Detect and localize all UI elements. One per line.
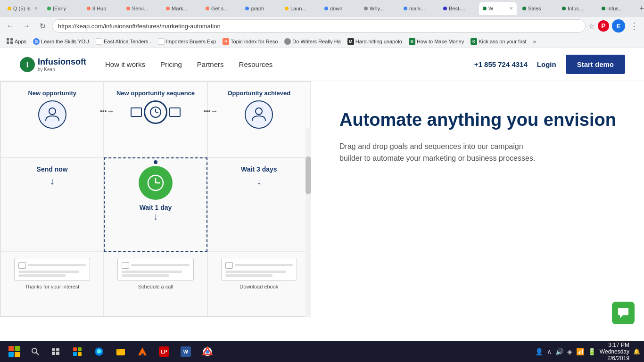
svg-rect-22 — [73, 347, 77, 351]
action3-arrow: ↓ — [256, 176, 261, 187]
taskbar-clock[interactable]: 3:17 PM Wednesday 2/6/2019 — [600, 342, 629, 362]
step1-label: New opportunity — [28, 90, 76, 97]
bookmark-topic[interactable]: H Topic Index for Reso — [220, 37, 281, 46]
email3-cell: Download ebook — [207, 252, 311, 316]
action3-cell: Wait 3 days ↓ — [207, 157, 311, 251]
dropbox-icon[interactable]: ◈ — [567, 348, 572, 355]
volume-icon[interactable]: 🔊 — [555, 348, 563, 355]
svg-rect-18 — [52, 348, 55, 351]
task-view-button[interactable] — [46, 342, 65, 361]
step1-top: New opportunity • • • → — [0, 82, 104, 157]
tab-mark[interactable]: Mark... — [162, 2, 200, 15]
email-box-3 — [221, 258, 297, 281]
nav-link-resources[interactable]: Resources — [239, 60, 273, 68]
chevron-up-icon[interactable]: ∧ — [547, 348, 552, 355]
tab-favicon-best — [443, 7, 447, 10]
svg-rect-23 — [78, 347, 82, 351]
phone-number: +1 855 724 4314 — [474, 60, 528, 68]
tab-best[interactable]: Best-... — [439, 2, 477, 15]
tab-mark2[interactable]: mark... — [400, 2, 438, 15]
arrow-2: • • • → — [204, 107, 218, 115]
tab-infus1[interactable]: Infus... — [558, 2, 596, 15]
new-tab-button[interactable]: + — [639, 4, 644, 14]
bookmark-more[interactable]: » — [530, 38, 539, 45]
tab-8hub[interactable]: 8 Hub — [83, 2, 121, 15]
start-button[interactable] — [4, 341, 25, 362]
tab-favicon-q — [8, 7, 11, 10]
refresh-button[interactable]: ↻ — [36, 19, 49, 33]
email2-cell: Schedule a call — [104, 252, 207, 316]
taskbar-app-lastpass[interactable]: LP — [155, 342, 173, 361]
tab-favicon-gets — [206, 7, 209, 10]
email-line-3 — [235, 264, 293, 266]
address-input[interactable] — [52, 19, 586, 33]
date-full: 2/6/2019 — [607, 355, 629, 362]
email-checkbox-3 — [225, 262, 233, 269]
tab-favicon-infus2 — [602, 7, 605, 10]
nav-link-partners[interactable]: Partners — [197, 60, 224, 68]
start-demo-button[interactable]: Start demo — [566, 55, 625, 74]
tab-early[interactable]: [Early — [43, 2, 81, 15]
bookmark-importers[interactable]: Importers Buyers Exp — [155, 37, 219, 46]
scrollbar[interactable] — [305, 128, 311, 317]
tab-favicon-laun — [285, 7, 289, 10]
tab-graph[interactable]: graph — [241, 2, 279, 15]
taskbar-app-vlc[interactable] — [133, 342, 152, 361]
login-button[interactable]: Login — [537, 60, 556, 68]
svg-line-17 — [36, 353, 39, 355]
svg-rect-20 — [52, 352, 55, 355]
taskbar-app-windows[interactable] — [68, 342, 87, 361]
hero-title: Automate anything you envision — [339, 109, 625, 131]
notification-icon[interactable]: 🔔 — [633, 348, 640, 355]
menu-button[interactable]: ⋮ — [628, 21, 640, 31]
tab-q[interactable]: Q (5) Is × — [4, 2, 41, 15]
taskbar-app-chrome[interactable] — [198, 342, 217, 361]
email-line-2 — [131, 264, 189, 266]
time-display: 3:17 PM — [608, 342, 629, 348]
scrollbar-thumb[interactable] — [305, 156, 311, 194]
logo[interactable]: I Infusionsoft by Keap — [19, 56, 86, 73]
taskbar-app-word[interactable]: W — [176, 342, 195, 361]
tab-gets[interactable]: Get s... — [202, 2, 239, 15]
task-view-icon — [51, 347, 60, 356]
bookmark-east-africa[interactable]: East Africa Tenders - — [93, 37, 154, 46]
chat-button[interactable] — [612, 302, 635, 324]
action2-arrow: ↓ — [153, 211, 158, 222]
logo-sub: by Keap — [38, 67, 86, 72]
network-icon: 📶 — [576, 348, 584, 355]
pinterest-icon[interactable]: P — [598, 20, 609, 32]
tab-laun[interactable]: Laun... — [281, 2, 319, 15]
taskbar-app-edge[interactable] — [90, 342, 108, 361]
bookmark-learn[interactable]: G Learn the Skills YOU — [30, 37, 92, 46]
bookmark-hard-hitting[interactable]: M Hard-hitting unapolo — [345, 37, 405, 46]
forward-button[interactable]: → — [20, 19, 33, 33]
tab-serv[interactable]: Servi... — [123, 2, 160, 15]
tab-close-active[interactable]: × — [510, 5, 513, 12]
date-day: Wednesday — [600, 348, 629, 355]
tab-why[interactable]: Why... — [360, 2, 398, 15]
email3-label: Download ebook — [239, 284, 278, 289]
bookmark-writers[interactable]: Do Writers Really Ha — [281, 37, 344, 46]
bookmark-make-money[interactable]: K How to Make Money — [406, 37, 467, 46]
bookmark-star-icon[interactable]: ☆ — [588, 22, 595, 31]
seq-rect-1 — [131, 107, 142, 117]
nav-link-how-it-works[interactable]: How it works — [105, 60, 145, 68]
tab-infus2[interactable]: Infus... — [598, 2, 636, 15]
taskbar-app-explorer[interactable] — [111, 342, 130, 361]
tab-favicon-why — [364, 7, 368, 10]
green-clock — [139, 166, 173, 200]
bookmark-kick-ass[interactable]: K Kick ass on your first — [468, 37, 529, 46]
search-button[interactable] — [27, 347, 43, 356]
tab-sales[interactable]: Sales — [519, 2, 556, 15]
bookmark-favicon-kick-ass: K — [471, 38, 477, 45]
nav-right: +1 855 724 4314 Login Start demo — [474, 55, 625, 74]
tab-down[interactable]: down — [321, 2, 358, 15]
back-button[interactable]: ← — [4, 19, 17, 33]
bookmark-apps[interactable]: Apps — [4, 37, 29, 46]
nav-link-pricing[interactable]: Pricing — [160, 60, 182, 68]
hero-text: Automate anything you envision Drag and … — [311, 81, 644, 317]
person-icon-1 — [38, 100, 66, 129]
tab-active[interactable]: W × — [479, 2, 517, 15]
tab-favicon-mark2 — [404, 7, 407, 10]
profile-button[interactable]: E — [612, 19, 625, 33]
